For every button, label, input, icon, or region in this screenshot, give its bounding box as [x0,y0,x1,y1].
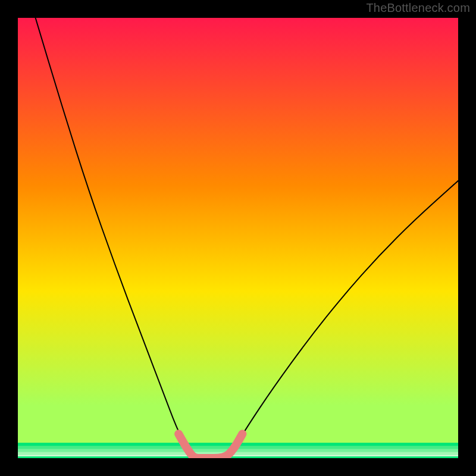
chart-container: TheBottleneck.com [0,0,476,476]
chart-svg [18,18,458,458]
watermark-text: TheBottleneck.com [366,1,470,15]
svg-rect-5 [18,456,458,458]
plot-area [18,18,458,458]
gradient-background [18,18,458,458]
